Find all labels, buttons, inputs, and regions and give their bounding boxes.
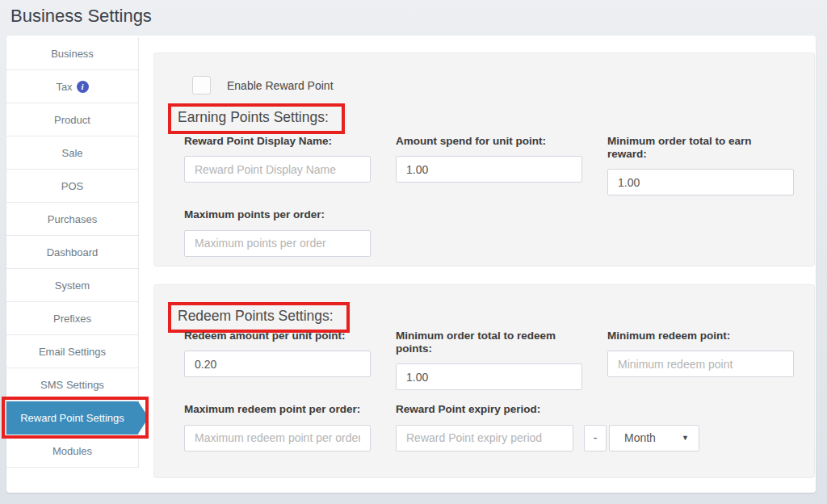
field-min-order-total-earn: Minimum order total to earn reward: (607, 135, 794, 195)
enable-reward-point-row: Enable Reward Point (192, 76, 334, 94)
settings-sidebar: Business Tax i Product Sale POS Purchase… (6, 37, 139, 468)
sidebar-item-label: Email Settings (39, 346, 106, 358)
expiry-period-input[interactable] (396, 425, 573, 452)
field-label: Maximum redeem point per order: (184, 403, 371, 416)
field-min-redeem-point: Minimum redeem point: (607, 330, 794, 390)
sidebar-item-label: Prefixes (53, 313, 91, 325)
field-label: Minimum order total to redeem points: (396, 330, 582, 355)
field-amount-spend: Amount spend for unit point: (396, 135, 582, 195)
sidebar-item-business[interactable]: Business (6, 37, 138, 70)
field-label: Reward Point expiry period: (396, 403, 582, 416)
redeem-form: Redeem amount per unit point: Minimum or… (184, 330, 794, 452)
caret-down-icon: ▼ (682, 434, 689, 442)
earning-form: Reward Point Display Name: Amount spend … (184, 135, 794, 257)
sidebar-item-label: Product (54, 114, 90, 126)
field-label: Redeem amount per unit point: (184, 330, 371, 342)
field-label: Minimum order total to earn reward: (607, 135, 794, 161)
enable-reward-point-checkbox[interactable] (192, 76, 211, 94)
redeem-points-panel: Redeem Points Settings: Redeem amount pe… (153, 284, 815, 478)
max-points-per-order-input[interactable] (184, 230, 371, 257)
redeem-amount-input[interactable] (184, 351, 371, 377)
sidebar-item-label: Business (51, 48, 94, 60)
field-min-order-total-redeem: Minimum order total to redeem points: (396, 330, 582, 390)
sidebar-item-reward-point-settings[interactable]: Reward Point Settings (6, 401, 138, 435)
sidebar-item-tax[interactable]: Tax i (6, 70, 138, 103)
sidebar-item-pos[interactable]: POS (6, 170, 138, 203)
sidebar-item-dashboard[interactable]: Dashboard (6, 236, 138, 269)
min-order-total-redeem-input[interactable] (396, 363, 582, 390)
sidebar-item-label: POS (61, 180, 83, 192)
earning-points-heading: Earning Points Settings: (178, 109, 329, 126)
min-redeem-point-input[interactable] (607, 351, 794, 377)
sidebar-item-system[interactable]: System (6, 269, 138, 302)
field-label: Minimum redeem point: (607, 330, 794, 342)
sidebar-item-label: Tax (56, 81, 72, 93)
field-redeem-amount: Redeem amount per unit point: (184, 330, 371, 390)
sidebar-item-label: Sale (61, 147, 82, 159)
field-max-points-per-order: Maximum points per order: (184, 208, 371, 256)
reward-point-display-name-input[interactable] (184, 156, 371, 183)
expiry-period-group: - Month ▼ (396, 425, 699, 452)
page-title: Business Settings (10, 6, 152, 27)
sidebar-item-prefixes[interactable]: Prefixes (6, 302, 138, 335)
enable-reward-point-label: Enable Reward Point (227, 79, 334, 92)
expiry-period-separator: - (584, 425, 607, 452)
redeem-points-heading: Redeem Points Settings: (178, 308, 334, 325)
sidebar-item-label: SMS Settings (40, 379, 104, 391)
sidebar-item-purchases[interactable]: Purchases (6, 203, 138, 236)
settings-card: Business Tax i Product Sale POS Purchase… (6, 36, 816, 493)
field-expiry-period: Reward Point expiry period: - Month ▼ (396, 403, 582, 451)
expiry-unit-select[interactable]: Month ▼ (609, 425, 699, 452)
earning-heading-annotation: Earning Points Settings: (168, 103, 345, 134)
max-redeem-per-order-input[interactable] (184, 425, 371, 452)
sidebar-item-modules[interactable]: Modules (6, 435, 138, 468)
expiry-unit-value: Month (624, 431, 656, 444)
sidebar-item-label: Purchases (48, 213, 97, 225)
earning-points-panel: Enable Reward Point Earning Points Setti… (153, 52, 815, 267)
redeem-heading-annotation: Redeem Points Settings: (168, 302, 350, 333)
field-label: Amount spend for unit point: (396, 135, 582, 148)
field-label: Maximum points per order: (184, 208, 371, 221)
sidebar-item-label: Reward Point Settings (20, 412, 124, 424)
sidebar-item-label: System (55, 279, 90, 292)
sidebar-item-sale[interactable]: Sale (6, 136, 138, 170)
sidebar-item-label: Modules (52, 445, 92, 457)
sidebar-item-email-settings[interactable]: Email Settings (6, 335, 138, 368)
info-icon: i (77, 81, 89, 93)
sidebar-item-sms-settings[interactable]: SMS Settings (6, 368, 138, 401)
sidebar-item-label: Dashboard (47, 246, 99, 258)
sidebar-item-product[interactable]: Product (6, 103, 138, 136)
min-order-total-earn-input[interactable] (607, 169, 794, 195)
amount-spend-input[interactable] (396, 156, 582, 183)
field-max-redeem-per-order: Maximum redeem point per order: (184, 403, 371, 451)
field-reward-point-display-name: Reward Point Display Name: (184, 135, 371, 195)
field-label: Reward Point Display Name: (184, 135, 371, 148)
